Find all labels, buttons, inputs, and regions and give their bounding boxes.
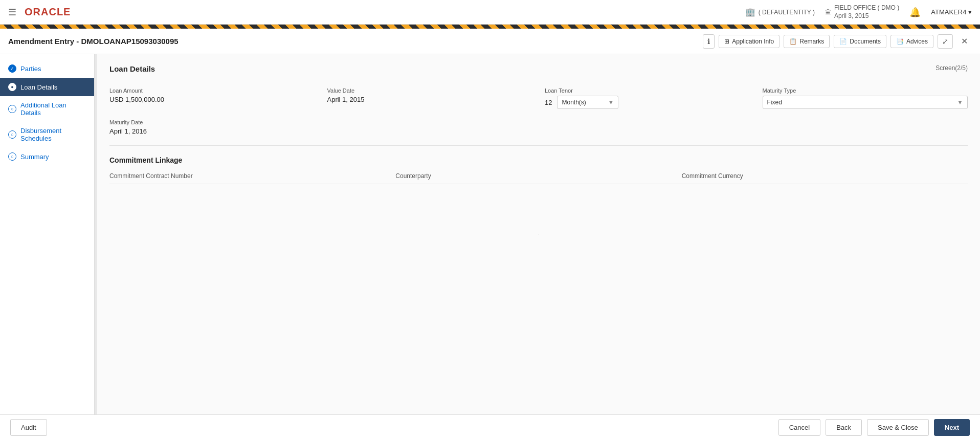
sidebar-item-summary[interactable]: ○ Summary bbox=[0, 147, 94, 166]
step-circle-loan-details: ● bbox=[8, 83, 16, 91]
sidebar-label-parties: Parties bbox=[20, 65, 41, 73]
sidebar-label-additional-loan: Additional Loan Details bbox=[20, 101, 86, 117]
advices-label: Advices bbox=[906, 38, 928, 45]
step-circle-parties: ✓ bbox=[8, 64, 16, 73]
loan-tenor-label: Loan Tenor bbox=[545, 87, 750, 94]
top-bar-right: 🏢 ( DEFAULTENTITY ) 🏛 FIELD OFFICE ( DMO… bbox=[745, 4, 972, 20]
field-office-text: FIELD OFFICE ( DMO ) April 3, 2015 bbox=[834, 4, 899, 20]
field-office-icon: 🏛 bbox=[825, 9, 831, 16]
maturity-type-label: Maturity Type bbox=[763, 87, 968, 94]
step-circle-disbursement: ○ bbox=[8, 130, 16, 139]
main-layout: ✓ Parties ● Loan Details ○ Additional Lo… bbox=[0, 54, 980, 414]
back-button[interactable]: Back bbox=[826, 419, 862, 436]
content-area: Screen(2/5) Loan Details Loan Amount USD… bbox=[97, 54, 980, 414]
maturity-type-value: Fixed bbox=[767, 99, 782, 106]
window-title: Amendment Entry - DMOLOANAP15093030095 bbox=[8, 37, 697, 46]
loan-amount-field: Loan Amount USD 1,500,000.00 bbox=[109, 87, 315, 109]
save-close-button[interactable]: Save & Close bbox=[867, 419, 929, 436]
maturity-date-value: April 1, 2016 bbox=[109, 127, 315, 135]
sidebar-item-loan-details[interactable]: ● Loan Details bbox=[0, 78, 94, 96]
user-menu[interactable]: ATMAKER4 ▾ bbox=[931, 8, 972, 16]
advices-button[interactable]: 📑 Advices bbox=[890, 35, 933, 48]
info-button[interactable]: ℹ bbox=[703, 34, 715, 49]
expand-button[interactable]: ⤢ bbox=[938, 34, 953, 49]
commitment-col2-header: Counterparty bbox=[395, 172, 681, 180]
documents-icon: 📄 bbox=[839, 38, 847, 45]
commitment-col1-header: Commitment Contract Number bbox=[109, 172, 395, 180]
cancel-button[interactable]: Cancel bbox=[778, 419, 820, 436]
window-bar: Amendment Entry - DMOLOANAP15093030095 ℹ… bbox=[0, 29, 980, 54]
application-info-label: Application Info bbox=[732, 38, 774, 45]
maturity-type-field: Maturity Type Fixed ▼ bbox=[763, 87, 968, 109]
audit-button[interactable]: Audit bbox=[10, 419, 47, 436]
application-info-button[interactable]: ⊞ Application Info bbox=[719, 35, 779, 48]
sidebar-item-additional-loan[interactable]: ○ Additional Loan Details bbox=[0, 96, 94, 122]
remarks-icon: 📋 bbox=[789, 38, 797, 45]
maturity-date-row: Maturity Date April 1, 2016 bbox=[109, 119, 968, 135]
documents-button[interactable]: 📄 Documents bbox=[834, 35, 886, 48]
field-office-label: FIELD OFFICE ( DMO ) bbox=[834, 4, 899, 12]
loan-details-form: Loan Amount USD 1,500,000.00 Value Date … bbox=[109, 87, 968, 109]
screen-indicator: Screen(2/5) bbox=[936, 64, 968, 72]
maturity-type-dropdown-icon: ▼ bbox=[957, 99, 963, 106]
commitment-linkage-title: Commitment Linkage bbox=[109, 156, 968, 164]
caution-bar bbox=[0, 25, 980, 29]
step-circle-summary: ○ bbox=[8, 152, 16, 161]
loan-amount-label: Loan Amount bbox=[109, 87, 315, 94]
entity-info: 🏢 ( DEFAULTENTITY ) bbox=[745, 7, 815, 17]
field-office-date: April 3, 2015 bbox=[834, 12, 899, 20]
notification-bell-icon[interactable]: 🔔 bbox=[909, 7, 921, 18]
window-actions: ℹ ⊞ Application Info 📋 Remarks 📄 Documen… bbox=[703, 34, 972, 49]
commitment-table-header: Commitment Contract Number Counterparty … bbox=[109, 172, 968, 184]
footer: Audit Cancel Back Save & Close Next bbox=[0, 414, 980, 440]
loan-tenor-field: Loan Tenor 12 Month(s) ▼ bbox=[545, 87, 750, 109]
sidebar: ✓ Parties ● Loan Details ○ Additional Lo… bbox=[0, 54, 95, 414]
maturity-date-field: Maturity Date April 1, 2016 bbox=[109, 119, 315, 135]
close-button[interactable]: ✕ bbox=[957, 34, 972, 49]
step-circle-additional-loan: ○ bbox=[8, 105, 16, 113]
value-date-field: Value Date April 1, 2015 bbox=[327, 87, 533, 109]
loan-tenor-unit-value: Month(s) bbox=[562, 99, 586, 106]
footer-right: Cancel Back Save & Close Next bbox=[778, 419, 970, 436]
section-title-loan-details: Loan Details bbox=[109, 64, 968, 77]
sidebar-label-summary: Summary bbox=[20, 153, 49, 161]
loan-amount-value: USD 1,500,000.00 bbox=[109, 96, 315, 103]
value-date-value: April 1, 2015 bbox=[327, 96, 533, 103]
value-date-label: Value Date bbox=[327, 87, 533, 94]
commitment-col3-header: Commitment Currency bbox=[682, 172, 968, 180]
top-bar: ☰ ORACLE 🏢 ( DEFAULTENTITY ) 🏛 FIELD OFF… bbox=[0, 0, 980, 25]
sidebar-label-loan-details: Loan Details bbox=[20, 83, 57, 91]
loan-tenor-unit-select[interactable]: Month(s) ▼ bbox=[557, 96, 618, 109]
sidebar-item-disbursement[interactable]: ○ Disbursement Schedules bbox=[0, 122, 94, 147]
field-office-info: 🏛 FIELD OFFICE ( DMO ) April 3, 2015 bbox=[825, 4, 899, 20]
application-info-icon: ⊞ bbox=[724, 38, 729, 45]
sidebar-label-disbursement: Disbursement Schedules bbox=[20, 127, 86, 142]
loan-tenor-value: 12 bbox=[545, 99, 552, 106]
hamburger-icon[interactable]: ☰ bbox=[8, 7, 16, 18]
remarks-button[interactable]: 📋 Remarks bbox=[784, 35, 830, 48]
next-button[interactable]: Next bbox=[934, 419, 970, 436]
remarks-label: Remarks bbox=[799, 38, 824, 45]
maturity-date-label: Maturity Date bbox=[109, 119, 315, 125]
advices-icon: 📑 bbox=[896, 38, 904, 45]
oracle-logo: ORACLE bbox=[25, 6, 71, 18]
entity-name: ( DEFAULTENTITY ) bbox=[759, 9, 815, 16]
section-divider bbox=[109, 145, 968, 146]
sidebar-item-parties[interactable]: ✓ Parties bbox=[0, 59, 94, 78]
documents-label: Documents bbox=[850, 38, 881, 45]
footer-left: Audit bbox=[10, 419, 773, 436]
loan-tenor-dropdown-icon: ▼ bbox=[608, 99, 614, 106]
maturity-type-select[interactable]: Fixed ▼ bbox=[763, 96, 968, 109]
entity-icon: 🏢 bbox=[745, 7, 755, 17]
